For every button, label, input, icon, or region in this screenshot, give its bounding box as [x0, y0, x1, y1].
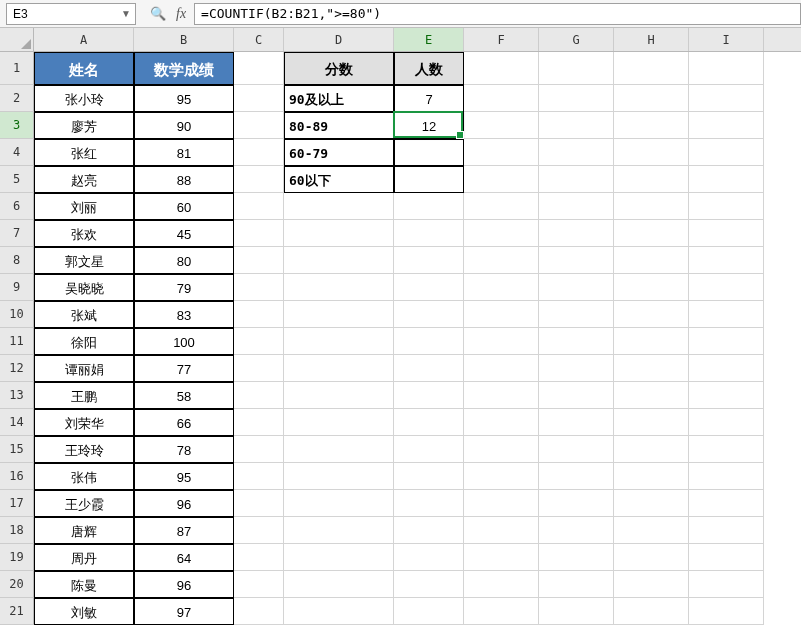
cell-F4[interactable] [464, 139, 539, 166]
cell-B10[interactable]: 83 [134, 301, 234, 328]
cell-E7[interactable] [394, 220, 464, 247]
cell-G3[interactable] [539, 112, 614, 139]
cell-B9[interactable]: 79 [134, 274, 234, 301]
cell-C6[interactable] [234, 193, 284, 220]
cell-C14[interactable] [234, 409, 284, 436]
cell-F3[interactable] [464, 112, 539, 139]
column-header-F[interactable]: F [464, 28, 539, 51]
cell-E8[interactable] [394, 247, 464, 274]
row-header[interactable]: 1 [0, 52, 34, 85]
cell-I14[interactable] [689, 409, 764, 436]
select-all-corner[interactable] [0, 28, 34, 52]
cell-C11[interactable] [234, 328, 284, 355]
cell-E10[interactable] [394, 301, 464, 328]
cell-A4[interactable]: 张红 [34, 139, 134, 166]
cell-F17[interactable] [464, 490, 539, 517]
cell-H2[interactable] [614, 85, 689, 112]
cell-A15[interactable]: 王玲玲 [34, 436, 134, 463]
cell-A2[interactable]: 张小玲 [34, 85, 134, 112]
cell-H17[interactable] [614, 490, 689, 517]
cell-I5[interactable] [689, 166, 764, 193]
cell-F16[interactable] [464, 463, 539, 490]
cell-C1[interactable] [234, 52, 284, 85]
cell-G5[interactable] [539, 166, 614, 193]
cell-A14[interactable]: 刘荣华 [34, 409, 134, 436]
cell-G19[interactable] [539, 544, 614, 571]
cell-I11[interactable] [689, 328, 764, 355]
fx-icon[interactable]: fx [176, 6, 186, 22]
cell-B4[interactable]: 81 [134, 139, 234, 166]
cell-C7[interactable] [234, 220, 284, 247]
cell-D13[interactable] [284, 382, 394, 409]
cell-H7[interactable] [614, 220, 689, 247]
row-header[interactable]: 21 [0, 598, 34, 625]
cell-A16[interactable]: 张伟 [34, 463, 134, 490]
cell-G11[interactable] [539, 328, 614, 355]
column-header-E[interactable]: E [394, 28, 464, 51]
cell-E14[interactable] [394, 409, 464, 436]
cell-H16[interactable] [614, 463, 689, 490]
cell-D1[interactable]: 分数 [284, 52, 394, 85]
cell-D19[interactable] [284, 544, 394, 571]
cell-B5[interactable]: 88 [134, 166, 234, 193]
cell-A13[interactable]: 王鹏 [34, 382, 134, 409]
cell-E20[interactable] [394, 571, 464, 598]
cell-A19[interactable]: 周丹 [34, 544, 134, 571]
column-header-D[interactable]: D [284, 28, 394, 51]
cell-D15[interactable] [284, 436, 394, 463]
cell-I10[interactable] [689, 301, 764, 328]
row-header[interactable]: 5 [0, 166, 34, 193]
cell-A7[interactable]: 张欢 [34, 220, 134, 247]
cell-F5[interactable] [464, 166, 539, 193]
cell-A12[interactable]: 谭丽娟 [34, 355, 134, 382]
row-header[interactable]: 10 [0, 301, 34, 328]
cell-G6[interactable] [539, 193, 614, 220]
row-header[interactable]: 11 [0, 328, 34, 355]
cell-B13[interactable]: 58 [134, 382, 234, 409]
cell-A8[interactable]: 郭文星 [34, 247, 134, 274]
cell-C9[interactable] [234, 274, 284, 301]
cell-B19[interactable]: 64 [134, 544, 234, 571]
chevron-down-icon[interactable]: ▼ [121, 8, 131, 19]
cell-E5[interactable] [394, 166, 464, 193]
cell-E18[interactable] [394, 517, 464, 544]
row-header[interactable]: 15 [0, 436, 34, 463]
cell-F21[interactable] [464, 598, 539, 625]
column-header-H[interactable]: H [614, 28, 689, 51]
row-header[interactable]: 4 [0, 139, 34, 166]
cell-A9[interactable]: 吴晓晓 [34, 274, 134, 301]
cell-B15[interactable]: 78 [134, 436, 234, 463]
cell-F20[interactable] [464, 571, 539, 598]
row-header[interactable]: 17 [0, 490, 34, 517]
cell-G8[interactable] [539, 247, 614, 274]
cell-B14[interactable]: 66 [134, 409, 234, 436]
cell-F8[interactable] [464, 247, 539, 274]
row-header[interactable]: 13 [0, 382, 34, 409]
cell-H3[interactable] [614, 112, 689, 139]
cell-F13[interactable] [464, 382, 539, 409]
cell-I15[interactable] [689, 436, 764, 463]
cell-E15[interactable] [394, 436, 464, 463]
cell-D3[interactable]: 80-89 [284, 112, 394, 139]
cell-H1[interactable] [614, 52, 689, 85]
cell-G13[interactable] [539, 382, 614, 409]
cell-A20[interactable]: 陈曼 [34, 571, 134, 598]
cell-H15[interactable] [614, 436, 689, 463]
row-header[interactable]: 9 [0, 274, 34, 301]
cell-C4[interactable] [234, 139, 284, 166]
cell-C10[interactable] [234, 301, 284, 328]
cell-F12[interactable] [464, 355, 539, 382]
cell-C5[interactable] [234, 166, 284, 193]
cell-B21[interactable]: 97 [134, 598, 234, 625]
cell-C18[interactable] [234, 517, 284, 544]
zoom-icon[interactable]: 🔍 [150, 6, 166, 21]
cell-G9[interactable] [539, 274, 614, 301]
cell-B8[interactable]: 80 [134, 247, 234, 274]
cell-I13[interactable] [689, 382, 764, 409]
cell-B3[interactable]: 90 [134, 112, 234, 139]
cell-C15[interactable] [234, 436, 284, 463]
cell-D18[interactable] [284, 517, 394, 544]
cell-H19[interactable] [614, 544, 689, 571]
cell-C19[interactable] [234, 544, 284, 571]
cell-H13[interactable] [614, 382, 689, 409]
